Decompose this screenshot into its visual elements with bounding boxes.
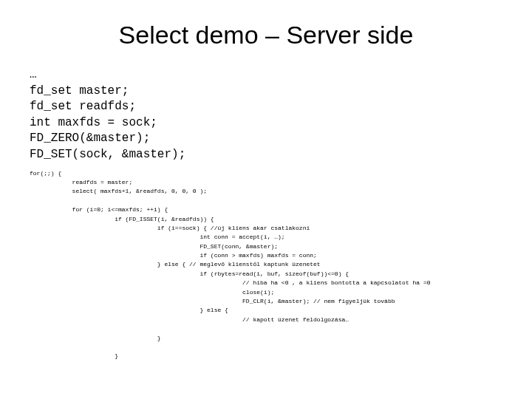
slide: Select demo – Server side … fd_set maste… <box>0 0 532 399</box>
code-block-large: … fd_set master; fd_set readfds; int max… <box>30 67 502 163</box>
slide-title: Select demo – Server side <box>30 21 502 50</box>
code-block-small: for(;;) { readfds = master; select( maxf… <box>30 169 502 361</box>
